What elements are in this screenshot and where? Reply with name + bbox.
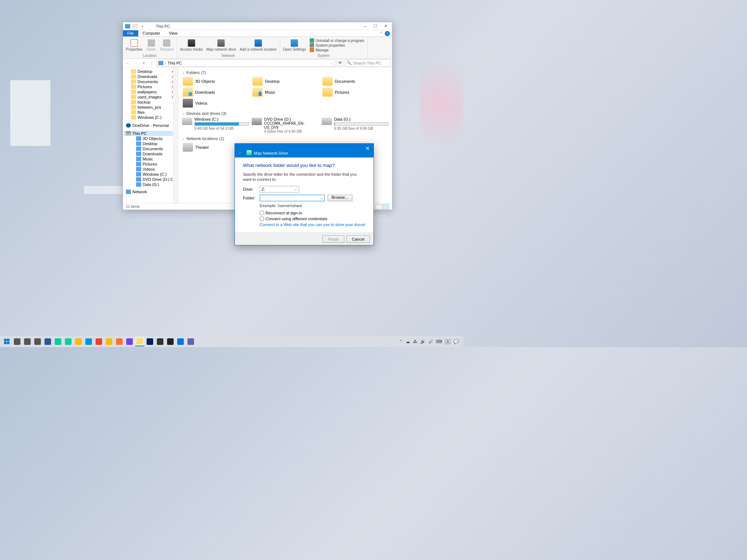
taskbar-wt-button[interactable] xyxy=(155,337,165,346)
properties-button[interactable]: Properties xyxy=(124,38,144,53)
taskbar-word-button[interactable] xyxy=(43,337,53,346)
tree-item[interactable]: files xyxy=(124,110,177,115)
map-network-drive-button[interactable]: Map network drive xyxy=(205,38,238,53)
tree-item[interactable]: Documents📌 xyxy=(124,79,177,84)
reconnect-checkbox[interactable]: Reconnect at sign-in xyxy=(260,211,365,215)
tree-network[interactable]: Network xyxy=(124,189,177,194)
tree-item[interactable]: Downloads📌 xyxy=(124,74,177,79)
nav-recent-button[interactable]: ▾ xyxy=(140,60,147,66)
tree-item[interactable]: Desktop📌 xyxy=(124,69,177,74)
taskbar-cmd-button[interactable] xyxy=(166,337,175,346)
tree-item[interactable]: wallpapers📌 xyxy=(124,89,177,94)
tree-item[interactable]: used_images📌 xyxy=(124,94,177,100)
open-settings-button[interactable]: Open Settings xyxy=(282,38,307,53)
folder-item[interactable]: Music xyxy=(252,87,318,97)
view-tiles-button[interactable] xyxy=(383,204,389,209)
browse-button[interactable]: Browse... xyxy=(328,195,352,201)
finish-button[interactable]: Finish xyxy=(322,236,344,243)
tree-item[interactable]: DVD Drive (D:) CCCOMA_X64 xyxy=(124,177,177,182)
tree-scrollbar[interactable] xyxy=(173,67,178,203)
tray-keyboard-icon[interactable]: ⌨ xyxy=(436,339,442,344)
close-button[interactable]: ✕ xyxy=(380,22,391,30)
ribbon-collapse-icon[interactable]: ⌃ xyxy=(378,31,383,36)
tree-item[interactable]: 3D Objects xyxy=(124,136,177,141)
address-field[interactable]: › This PC ⌄ xyxy=(156,59,335,67)
tree-item[interactable]: Pictures xyxy=(124,162,177,167)
section-drives-header[interactable]: ⌄Devices and drives (3) xyxy=(182,111,388,116)
tree-item[interactable]: Pictures📌 xyxy=(124,84,177,89)
taskbar-teams-button[interactable] xyxy=(186,337,196,346)
section-netloc-header[interactable]: ⌄Network locations (1) xyxy=(182,136,388,141)
taskbar-mail-button[interactable] xyxy=(176,337,185,346)
taskbar-chrome-c-button[interactable] xyxy=(104,337,114,346)
taskbar-powershell-button[interactable] xyxy=(145,337,155,346)
tree-item[interactable]: Windows (C:) xyxy=(124,115,177,120)
tree-item[interactable]: Desktop xyxy=(124,141,177,146)
connect-website-link[interactable]: Connect to a Web site that you can use t… xyxy=(260,222,365,227)
tray-network-icon[interactable]: 🖧 xyxy=(413,339,417,344)
tray-volume-icon[interactable]: 🔊 xyxy=(420,339,426,344)
tree-item[interactable]: Documents xyxy=(124,146,177,151)
minimize-button[interactable]: ─ xyxy=(360,22,370,30)
tree-item[interactable]: Videos xyxy=(124,167,177,172)
tree-this-pc[interactable]: This PC xyxy=(124,131,177,136)
drive-select[interactable]: Z:⌄ xyxy=(260,186,299,192)
tree-item[interactable]: Downloads xyxy=(124,151,177,156)
add-network-location-button[interactable]: Add a network location xyxy=(238,38,278,53)
drive-item[interactable]: Windows (C:)9.48 GB free of 54.3 GB xyxy=(182,117,249,133)
taskbar-edge-dev-button[interactable] xyxy=(63,337,73,346)
drive-item[interactable]: Data (G:)9.95 GB free of 9.99 GB xyxy=(322,117,388,133)
manage-button[interactable]: Manage xyxy=(310,48,364,52)
folder-item[interactable]: Pictures xyxy=(322,87,388,97)
tab-computer[interactable]: Computer xyxy=(138,30,165,36)
refresh-button[interactable]: ⟳ xyxy=(337,60,343,66)
uninstall-program-button[interactable]: Uninstall or change a program xyxy=(310,38,364,43)
nav-back-button[interactable]: ← xyxy=(124,60,131,66)
tab-file[interactable]: File xyxy=(123,30,138,36)
qa-dropdown-icon[interactable]: ▾ xyxy=(139,23,146,29)
taskbar-start-button[interactable] xyxy=(2,337,12,346)
qa-properties-icon[interactable] xyxy=(132,23,138,29)
taskbar-tips-button[interactable] xyxy=(74,337,83,346)
tree-item[interactable]: Windows (C:) xyxy=(124,172,177,177)
different-credentials-checkbox[interactable]: Connect using different credentials xyxy=(260,217,365,221)
taskbar-chrome-button[interactable] xyxy=(94,337,104,346)
tray-cloud-icon[interactable]: ☁ xyxy=(406,339,410,344)
folder-item[interactable]: Videos xyxy=(182,98,249,108)
taskbar-edge-c-button[interactable] xyxy=(84,337,93,346)
folder-item[interactable]: Downloads xyxy=(182,87,249,97)
tab-view[interactable]: View xyxy=(165,30,182,36)
access-media-button[interactable]: Access media xyxy=(178,38,204,53)
system-properties-button[interactable]: System properties xyxy=(310,43,364,47)
taskbar-taskview-button[interactable] xyxy=(12,337,22,346)
drive-item[interactable]: DVD Drive (D:)CCCOMA_X64FRE_EN-US_DV90 b… xyxy=(252,117,318,133)
tray-action-center-icon[interactable]: 💬 xyxy=(453,339,459,344)
search-input[interactable]: 🔍 Search This PC xyxy=(345,59,391,67)
cancel-button[interactable]: Cancel xyxy=(347,236,370,243)
taskbar-edge-button[interactable] xyxy=(53,337,63,346)
taskbar-firefox-button[interactable] xyxy=(115,337,124,346)
taskbar-store-button[interactable] xyxy=(33,337,42,346)
taskbar-explorer-button[interactable] xyxy=(135,337,144,346)
dialog-close-button[interactable]: ✕ xyxy=(364,145,371,152)
taskbar-firefox-dev-button[interactable] xyxy=(125,337,134,346)
tree-item[interactable]: Music xyxy=(124,156,177,162)
tray-up-icon[interactable]: ⌃ xyxy=(399,339,403,344)
maximize-button[interactable]: ☐ xyxy=(370,22,380,30)
folder-item[interactable]: Documents xyxy=(322,76,388,86)
tree-item[interactable]: backup xyxy=(124,100,177,105)
tree-item[interactable]: Data (G:) xyxy=(124,182,177,187)
folder-item[interactable]: 3D Objects xyxy=(182,76,249,86)
tree-item[interactable]: between_pcs xyxy=(124,105,177,110)
tray-lang-icon[interactable]: A xyxy=(445,339,450,344)
view-details-button[interactable] xyxy=(375,204,382,209)
tray-pen-icon[interactable]: 🖊 xyxy=(429,339,433,344)
section-folders-header[interactable]: ⌄Folders (7) xyxy=(182,70,388,75)
help-icon[interactable]: ? xyxy=(385,31,390,36)
taskbar-settings-button[interactable] xyxy=(23,337,32,346)
tree-onedrive[interactable]: OneDrive - Personal xyxy=(124,123,177,128)
nav-up-button[interactable]: ↑ xyxy=(148,60,155,66)
folder-input[interactable]: ⌄ xyxy=(260,195,325,201)
folder-item[interactable]: Desktop xyxy=(252,76,318,86)
nav-forward-button[interactable]: → xyxy=(132,60,139,66)
